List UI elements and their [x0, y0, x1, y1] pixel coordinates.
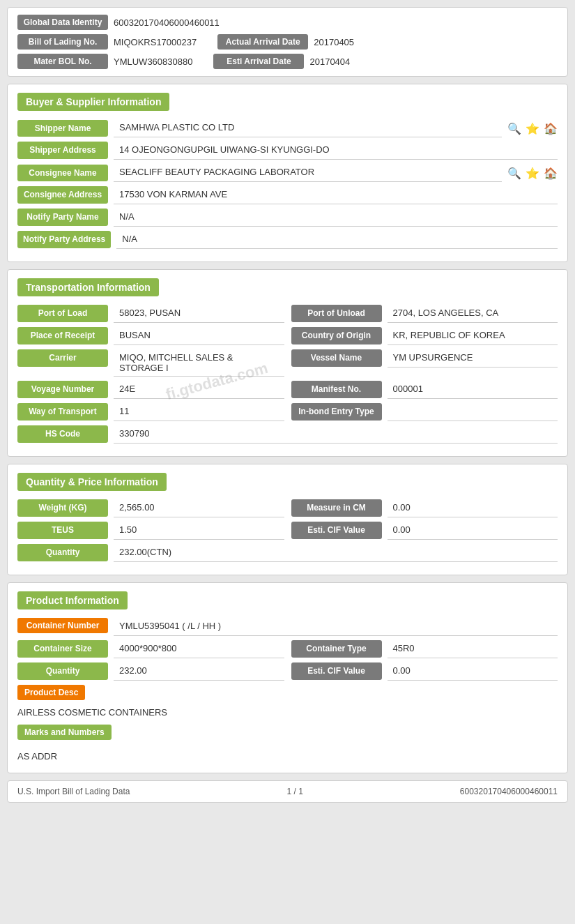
container-type-label: Container Type: [291, 640, 382, 658]
teus-value: 1.50: [114, 522, 284, 540]
shipper-star-icon[interactable]: ⭐: [526, 122, 539, 135]
way-of-transport-field: Way of Transport 11: [17, 403, 284, 421]
consignee-star-icon[interactable]: ⭐: [526, 167, 539, 180]
consignee-home-icon[interactable]: 🏠: [544, 167, 558, 180]
marks-row: Marks and Numbers: [17, 725, 558, 744]
actual-arrival-value: 20170405: [314, 37, 354, 47]
consignee-name-value: SEACLIFF BEAUTY PACKAGING LABORATOR: [114, 164, 502, 182]
product-esti-cif-field: Esti. CIF Value 0.00: [291, 662, 558, 681]
container-type-field: Container Type 45R0: [291, 640, 558, 658]
in-bond-entry-value: [388, 403, 558, 421]
port-of-load-field: Port of Load 58023, PUSAN: [17, 305, 284, 323]
voyage-number-label: Voyage Number: [17, 381, 108, 398]
way-of-transport-label: Way of Transport: [17, 403, 108, 421]
product-quantity-value: 232.00: [114, 662, 284, 681]
transportation-section: Transportation Information fi.gtodata.co…: [7, 269, 568, 457]
teus-label: TEUS: [17, 522, 108, 539]
vessel-name-value: YM UPSURGENCE: [388, 349, 558, 368]
port-of-load-value: 58023, PUSAN: [114, 305, 284, 323]
quantity-value: 232.00(CTN): [114, 544, 558, 562]
shipper-address-row: Shipper Address 14 OJEONGONGUPGIL UIWANG…: [17, 142, 558, 160]
weight-value: 2,565.00: [114, 499, 284, 517]
teus-cif-row: TEUS 1.50 Esti. CIF Value 0.00: [17, 522, 558, 540]
country-of-origin-label: Country of Origin: [291, 327, 382, 344]
global-identity-value: 600320170406000460011: [114, 17, 220, 28]
consignee-search-icon[interactable]: 🔍: [507, 167, 521, 180]
container-size-type-row: Container Size 4000*900*800 Container Ty…: [17, 640, 558, 658]
port-of-unload-field: Port of Unload 2704, LOS ANGELES, CA: [291, 305, 558, 323]
port-of-unload-value: 2704, LOS ANGELES, CA: [388, 305, 558, 323]
container-number-label: Container Number: [17, 618, 108, 633]
vessel-name-label: Vessel Name: [291, 349, 382, 367]
way-inbond-row: Way of Transport 11 In-bond Entry Type: [17, 403, 558, 421]
place-of-receipt-label: Place of Receipt: [17, 327, 108, 344]
bol-label: Bill of Lading No.: [17, 34, 108, 50]
voyage-number-field: Voyage Number 24E: [17, 381, 284, 399]
bol-pair: Bill of Lading No. MIQOKRS17000237: [17, 34, 197, 50]
master-bol-label: Mater BOL No.: [17, 54, 108, 69]
product-desc-row: Product Desc: [17, 685, 558, 700]
marks-value: AS ADDR: [17, 748, 558, 764]
voyage-manifest-row: Voyage Number 24E Manifest No. 000001: [17, 381, 558, 399]
consignee-name-label: Consignee Name: [17, 165, 108, 182]
product-desc-value: AIRLESS COSMETIC CONTAINERS: [17, 704, 558, 720]
container-number-value: YMLU5395041 ( /L / HH ): [114, 618, 558, 636]
container-type-value: 45R0: [388, 640, 558, 658]
hs-code-value: 330790: [114, 425, 558, 444]
hs-code-label: HS Code: [17, 425, 108, 443]
port-row: Port of Load 58023, PUSAN Port of Unload…: [17, 305, 558, 323]
weight-field: Weight (KG) 2,565.00: [17, 499, 284, 517]
place-of-receipt-value: BUSAN: [114, 327, 284, 345]
way-of-transport-value: 11: [114, 403, 284, 421]
consignee-address-label: Consignee Address: [17, 186, 108, 204]
notify-party-name-value: N/A: [114, 209, 558, 227]
shipper-address-label: Shipper Address: [17, 142, 108, 159]
manifest-no-label: Manifest No.: [291, 381, 382, 398]
quantity-label: Quantity: [17, 544, 108, 561]
in-bond-entry-label: In-bond Entry Type: [291, 403, 382, 421]
quantity-price-section: Quantity & Price Information Weight (KG)…: [7, 464, 568, 575]
shipper-name-label: Shipper Name: [17, 120, 108, 137]
place-of-receipt-field: Place of Receipt BUSAN: [17, 327, 284, 345]
transportation-title: Transportation Information: [17, 278, 159, 296]
product-quantity-label: Quantity: [17, 662, 108, 680]
marks-label: Marks and Numbers: [17, 725, 112, 740]
container-size-value: 4000*900*800: [114, 640, 284, 658]
esti-arrival-value: 20170404: [309, 56, 350, 67]
consignee-address-value: 17530 VON KARMAN AVE: [114, 186, 558, 204]
shipper-home-icon[interactable]: 🏠: [544, 122, 558, 135]
container-number-row: Container Number YMLU5395041 ( /L / HH ): [17, 618, 558, 636]
top-id-section: Global Data Identity 6003201704060004600…: [7, 7, 568, 77]
container-size-label: Container Size: [17, 640, 108, 658]
shipper-name-row: Shipper Name SAMHWA PLASTIC CO LTD 🔍 ⭐ 🏠: [17, 119, 558, 137]
carrier-field: Carrier MIQO, MITCHELL SALES & STORAGE I: [17, 349, 284, 377]
actual-arrival-pair: Actual Arrival Date 20170405: [217, 34, 354, 50]
country-of-origin-field: Country of Origin KR, REPUBLIC OF KOREA: [291, 327, 558, 345]
measure-field: Measure in CM 0.00: [291, 499, 558, 517]
shipper-icons: 🔍 ⭐ 🏠: [507, 122, 558, 135]
shipper-name-value: SAMHWA PLASTIC CO LTD: [114, 119, 502, 137]
port-of-load-label: Port of Load: [17, 305, 108, 322]
bol-row: Bill of Lading No. MIQOKRS17000237 Actua…: [17, 34, 558, 50]
container-size-field: Container Size 4000*900*800: [17, 640, 284, 658]
footer-left: U.S. Import Bill of Lading Data: [17, 787, 130, 796]
country-of-origin-value: KR, REPUBLIC OF KOREA: [388, 327, 558, 345]
consignee-icons: 🔍 ⭐ 🏠: [507, 167, 558, 180]
carrier-label: Carrier: [17, 349, 108, 367]
measure-label: Measure in CM: [291, 499, 382, 517]
esti-cif-label: Esti. CIF Value: [291, 522, 382, 539]
product-section: Product Information Container Number YML…: [7, 582, 568, 773]
vessel-name-field: Vessel Name YM UPSURGENCE: [291, 349, 558, 368]
shipper-search-icon[interactable]: 🔍: [507, 122, 521, 135]
buyer-supplier-title: Buyer & Supplier Information: [17, 93, 169, 111]
buyer-supplier-section: Buyer & Supplier Information Shipper Nam…: [7, 84, 568, 262]
weight-measure-row: Weight (KG) 2,565.00 Measure in CM 0.00: [17, 499, 558, 517]
consignee-name-row: Consignee Name SEACLIFF BEAUTY PACKAGING…: [17, 164, 558, 182]
footer-center: 1 / 1: [286, 787, 302, 796]
carrier-vessel-row: Carrier MIQO, MITCHELL SALES & STORAGE I…: [17, 349, 558, 377]
measure-value: 0.00: [388, 499, 558, 517]
master-bol-pair: Mater BOL No. YMLUW360830880: [17, 54, 192, 69]
esti-arrival-pair: Esti Arrival Date 20170404: [213, 54, 350, 69]
voyage-number-value: 24E: [114, 381, 284, 399]
quantity-row: Quantity 232.00(CTN): [17, 544, 558, 562]
